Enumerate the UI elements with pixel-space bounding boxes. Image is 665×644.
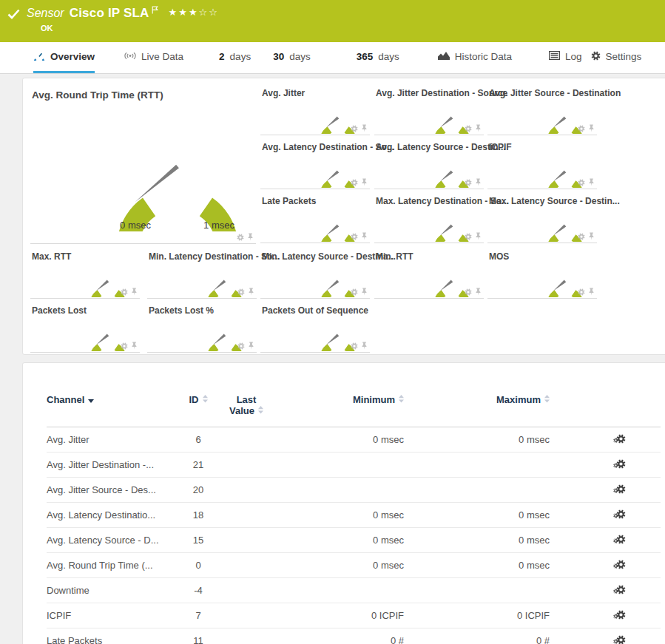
channel-settings-icon[interactable] (616, 434, 626, 444)
channel-name[interactable]: ICPIF (47, 603, 172, 628)
col-header-channel[interactable]: Channel (47, 394, 172, 427)
gear-icon[interactable] (351, 233, 358, 240)
tab-30-days[interactable]: 30days (273, 42, 311, 73)
tab-bar: Overview Live Data 2days 30days 365days … (0, 42, 665, 74)
channel-id: 18 (172, 503, 224, 528)
pin-icon[interactable] (588, 178, 595, 186)
pin-icon[interactable] (131, 342, 138, 350)
channel-maximum: 0 # (404, 628, 550, 644)
tab-overview[interactable]: Overview (33, 42, 95, 73)
gear-icon[interactable] (237, 234, 244, 241)
channel-name[interactable]: Avg. Latency Source - D... (47, 528, 172, 553)
panel-actions (351, 232, 368, 240)
gauge-panel: Min. RTT (374, 247, 484, 299)
panel-actions (465, 232, 482, 240)
pin-icon[interactable] (247, 233, 254, 241)
pin-icon[interactable] (131, 288, 138, 296)
panel-actions (121, 342, 138, 350)
channel-settings-icon[interactable] (616, 484, 626, 494)
channel-settings-icon[interactable] (616, 535, 626, 544)
pin-icon[interactable] (475, 178, 482, 186)
channel-name[interactable]: Avg. Jitter (47, 427, 172, 453)
channel-row: Downtime-4 (47, 578, 661, 603)
channel-name[interactable]: Avg. Round Trip Time (... (47, 553, 172, 578)
pin-icon[interactable] (475, 288, 482, 296)
panel-actions (465, 124, 482, 132)
gear-icon[interactable] (465, 288, 472, 296)
channel-settings-icon[interactable] (616, 585, 626, 594)
channel-minimum (269, 578, 404, 603)
gauge-title: Min. Latency Destination - So... (147, 247, 257, 262)
pin-icon[interactable] (361, 124, 368, 132)
pin-icon[interactable] (361, 342, 368, 350)
gauge-title: Avg. Jitter Destination - Source (374, 84, 484, 98)
channel-settings-icon[interactable] (616, 610, 626, 620)
panel-actions (351, 288, 368, 296)
channel-minimum (269, 478, 404, 503)
gauge-title: Packets Lost (30, 301, 140, 316)
pin-icon[interactable] (361, 232, 368, 240)
tab-log[interactable]: Log (549, 42, 582, 73)
channel-name[interactable]: Downtime (47, 578, 172, 603)
pin-icon[interactable] (475, 124, 482, 132)
pin-icon[interactable] (361, 178, 368, 186)
gear-icon[interactable] (465, 125, 472, 132)
channel-name[interactable]: Late Packets (47, 628, 172, 644)
channel-settings-icon[interactable] (616, 459, 626, 469)
pin-icon[interactable] (361, 288, 368, 296)
gear-icon[interactable] (237, 288, 245, 296)
tab-2-days[interactable]: 2days (219, 42, 251, 73)
priority-stars[interactable]: ★★★☆☆ (169, 7, 219, 18)
pin-icon[interactable] (588, 232, 595, 240)
gear-icon[interactable] (351, 179, 358, 186)
col-header-last-value[interactable]: Last Value (224, 394, 269, 427)
channel-maximum: 0 msec (404, 553, 550, 578)
gear-icon[interactable] (121, 288, 128, 296)
tab-historic-data[interactable]: Historic Data (438, 42, 512, 73)
gauge-title: Max. Latency Destination - So... (374, 191, 484, 206)
pin-icon[interactable] (588, 124, 595, 132)
sort-icon (258, 405, 263, 416)
channel-maximum: 0 msec (404, 528, 550, 553)
col-header-id[interactable]: ID (172, 394, 224, 427)
gear-icon[interactable] (351, 288, 358, 296)
channel-row: Avg. Latency Source - D...150 msec0 msec (47, 528, 661, 553)
gear-icon[interactable] (351, 342, 358, 350)
gear-icon[interactable] (578, 288, 585, 296)
channel-settings-icon[interactable] (616, 635, 626, 644)
col-header-minimum[interactable]: Minimum (269, 394, 404, 427)
flag-icon[interactable] (152, 6, 158, 14)
col-header-maximum[interactable]: Maximum (404, 394, 550, 427)
gear-icon[interactable] (578, 233, 585, 240)
gear-icon[interactable] (465, 179, 472, 186)
channel-settings-icon[interactable] (616, 509, 626, 519)
channel-last-value (224, 628, 269, 644)
gear-icon[interactable] (465, 233, 472, 240)
sort-icon (203, 394, 208, 405)
panel-actions (351, 342, 368, 350)
gear-icon[interactable] (237, 342, 245, 350)
tab-live-data[interactable]: Live Data (124, 42, 183, 73)
gauge-panel: Avg. Jitter Destination - Source (374, 84, 484, 135)
gear-icon[interactable] (578, 179, 585, 186)
channel-name[interactable]: Avg. Jitter Destination -... (47, 453, 172, 478)
pin-icon[interactable] (588, 288, 595, 296)
channel-last-value (224, 528, 269, 553)
gear-icon[interactable] (351, 125, 358, 132)
channel-name[interactable]: Avg. Jitter Source - Des... (47, 478, 172, 503)
channel-id: 20 (172, 478, 224, 503)
tab-365-days[interactable]: 365days (357, 42, 399, 73)
pin-icon[interactable] (248, 288, 254, 296)
gear-icon[interactable] (578, 125, 585, 132)
channel-last-value (224, 478, 269, 503)
log-icon (549, 51, 560, 62)
gauge-panel: Avg. Latency Destination - So... (260, 138, 370, 189)
gauge-title: Avg. Jitter (260, 84, 370, 98)
pin-icon[interactable] (248, 342, 254, 350)
channel-name[interactable]: Avg. Latency Destinatio... (47, 503, 172, 528)
gear-icon[interactable] (121, 342, 128, 350)
tab-settings[interactable]: Settings (591, 42, 642, 73)
pin-icon[interactable] (475, 232, 482, 240)
channel-settings-icon[interactable] (616, 560, 626, 569)
gauge-max-label: 1 msec (189, 220, 249, 231)
